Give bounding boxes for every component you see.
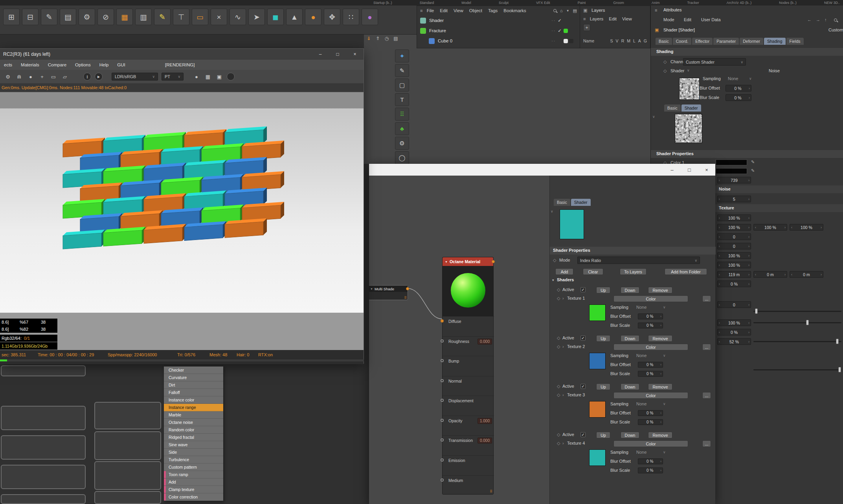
material-channel-row[interactable]: Transmission 0.000 — [443, 435, 494, 455]
list-icon[interactable]: ▤ — [573, 8, 577, 13]
texture-menu-item[interactable]: Custom pattern — [164, 464, 223, 471]
spline-pen-icon[interactable]: ✎ — [395, 64, 409, 77]
book-icon[interactable]: ▤ — [393, 35, 399, 42]
material-channel-row[interactable]: Bump — [443, 356, 494, 376]
material-channel-row[interactable]: Displacement — [443, 396, 494, 416]
restart-render-button[interactable]: ▶ — [95, 73, 103, 81]
points-icon[interactable]: ∷ — [343, 9, 359, 25]
up-button[interactable]: Up — [596, 383, 610, 390]
mograph-icon[interactable]: ⠿ — [395, 108, 409, 121]
sampling-value[interactable]: None — [636, 353, 646, 358]
blur-offset-stepper[interactable]: 0 %› — [638, 410, 663, 416]
to-layers-button[interactable]: To Layers — [620, 268, 646, 275]
texture-menu-item[interactable]: Instance range — [164, 404, 223, 411]
render-sphere-icon[interactable]: ● — [193, 73, 200, 81]
value-stepper[interactable]: ‹100 %› — [753, 224, 787, 231]
texture-menu-item[interactable]: Instance color — [164, 396, 223, 404]
blur-offset-stepper[interactable]: 0 %› — [638, 458, 663, 464]
film-icon[interactable]: ▦ — [204, 73, 212, 81]
slider-handle[interactable] — [836, 339, 839, 344]
texture-menu-item[interactable]: Clamp texture — [164, 486, 223, 493]
menu-item[interactable]: Edit — [609, 16, 617, 21]
value-stepper[interactable]: ‹100 %› — [717, 252, 751, 259]
panel-menu-icon[interactable]: ≡ — [583, 16, 586, 21]
value-stepper[interactable]: ‹0› — [717, 301, 751, 308]
tag-chip[interactable] — [564, 29, 568, 33]
snap-icon[interactable]: ⊞ — [3, 9, 20, 25]
uv-grid-icon[interactable]: ▦ — [116, 9, 133, 25]
add-button[interactable]: Add — [555, 268, 573, 275]
menu-item[interactable]: View — [622, 16, 632, 21]
channel-value[interactable]: 1.000 — [478, 418, 492, 424]
remove-button[interactable]: Remove — [648, 335, 672, 342]
node-collapse-icon[interactable]: ▼ — [445, 260, 448, 263]
tag-chip[interactable] — [564, 18, 568, 23]
minimize-button[interactable]: – — [663, 164, 681, 176]
mask-icon[interactable]: ⊘ — [97, 9, 114, 25]
layers-icon[interactable]: ▥ — [135, 9, 152, 25]
delete-icon[interactable]: × — [211, 9, 227, 25]
active-checkbox[interactable]: ✓ — [580, 335, 586, 341]
value-stepper[interactable]: ‹100 %› — [790, 224, 823, 231]
object-row[interactable]: Shader ·· ✓ — [417, 15, 580, 26]
more-button[interactable]: ... — [702, 295, 711, 302]
expand-icon[interactable]: › — [562, 296, 564, 301]
workspace-tab[interactable]: Startup (b..) — [373, 1, 392, 5]
color-button[interactable]: Color — [613, 440, 688, 447]
menu-item[interactable]: Tags — [488, 8, 498, 13]
lut-dropdown[interactable]: LDR/sRGB ∨ — [112, 73, 158, 81]
input-port[interactable] — [441, 339, 444, 343]
swirl-icon[interactable]: ✦ — [395, 49, 409, 62]
value-stepper[interactable]: ‹0› — [717, 233, 751, 240]
wave-icon[interactable]: ∿ — [230, 9, 246, 25]
texture-color-swatch[interactable] — [589, 353, 606, 369]
render-viewport[interactable] — [0, 108, 364, 313]
node-resize-grip[interactable]: ⠿ — [404, 296, 407, 300]
node-box[interactable] — [94, 402, 161, 429]
workspace-tab[interactable]: Anim — [652, 1, 660, 5]
tag-icon[interactable]: ▱ — [61, 73, 69, 81]
blur-scale-stepper[interactable]: 0 %› — [638, 467, 663, 473]
menu-item[interactable]: Help — [99, 62, 109, 67]
workspace-tab[interactable]: NEW 3D.. — [824, 1, 840, 5]
down-button[interactable]: Down — [621, 287, 639, 293]
gear-icon[interactable]: ⚙ — [4, 73, 12, 81]
brush-icon[interactable]: ✎ — [154, 9, 171, 25]
object-state-dots[interactable]: ·· — [551, 39, 556, 43]
workspace-tab[interactable]: ArchViz 4D (b..) — [727, 1, 751, 5]
blur-scale-stepper[interactable]: 0 %› — [638, 419, 663, 425]
panel-menu-icon[interactable]: ≡ — [420, 8, 423, 13]
search-icon[interactable] — [553, 9, 556, 12]
node-box[interactable] — [1, 494, 86, 504]
down-button[interactable]: Down — [621, 335, 639, 342]
lock-icon[interactable]: ⋒ — [15, 73, 23, 81]
texture-menu-item[interactable]: Toon ramp — [164, 471, 223, 478]
shader-properties-header[interactable]: Shader Properties — [550, 247, 716, 255]
camera-icon[interactable]: ▣ — [215, 73, 223, 81]
value-stepper[interactable]: ‹739› — [717, 177, 751, 183]
clear-button[interactable]: Clear — [583, 268, 603, 275]
add-icon[interactable]: + — [38, 73, 46, 81]
object-tags[interactable] — [564, 29, 577, 33]
workspace-tab[interactable]: Sculpt — [499, 1, 509, 5]
expand-icon[interactable]: › — [562, 392, 564, 397]
collapse-icon[interactable]: ∨ — [551, 209, 553, 213]
channel-value[interactable]: 0.000 — [478, 438, 492, 444]
cube-tool-icon[interactable]: ◼ — [267, 9, 284, 25]
pen-icon[interactable]: ✎ — [41, 9, 57, 25]
up-button[interactable]: Up — [596, 287, 610, 293]
tag-chip[interactable] — [569, 29, 573, 33]
workspace-tab[interactable]: Model — [461, 1, 471, 5]
active-checkbox[interactable]: ✓ — [580, 384, 586, 389]
cursor-icon[interactable]: ➤ — [248, 9, 265, 25]
value-slider[interactable] — [753, 311, 841, 312]
texture-menu-item[interactable]: Color correction — [164, 493, 223, 501]
node-box[interactable] — [1, 435, 86, 460]
object-row[interactable]: Fracture ·· ✓ — [417, 26, 580, 36]
up-button[interactable]: Up — [596, 432, 610, 438]
remove-button[interactable]: Remove — [648, 287, 672, 293]
value-slider[interactable] — [753, 341, 841, 342]
menu-item[interactable]: View — [454, 8, 463, 13]
node-box[interactable] — [94, 491, 161, 504]
value-stepper[interactable]: ‹100 %› — [717, 224, 751, 231]
